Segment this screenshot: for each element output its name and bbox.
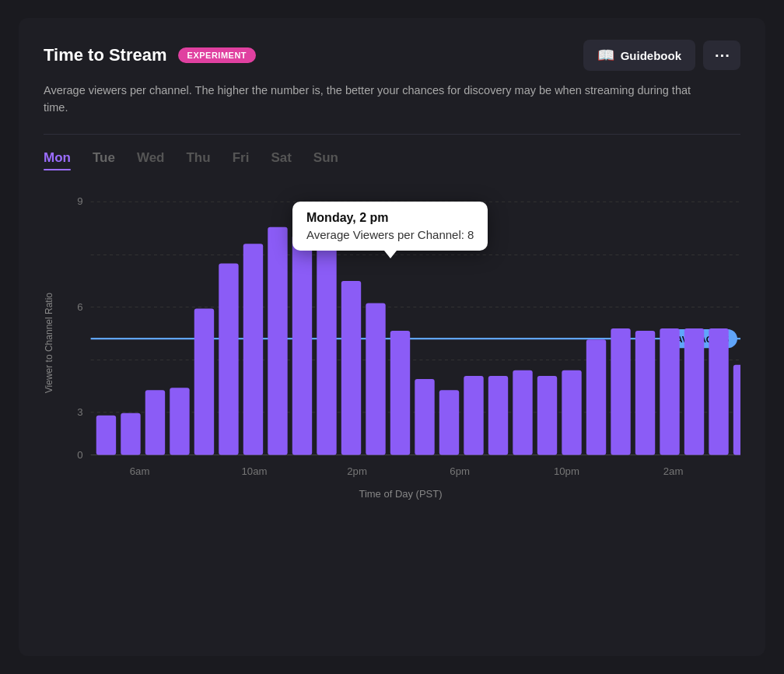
svg-rect-13	[96, 416, 116, 455]
guidebook-label: Guidebook	[621, 49, 681, 62]
svg-text:9: 9	[77, 195, 82, 207]
x-axis-title: Time of Day (PST)	[61, 488, 740, 500]
svg-text:10pm: 10pm	[554, 465, 579, 477]
description-text: Average viewers per channel. The higher …	[44, 82, 712, 117]
bars-chart: 9 6 3 0	[61, 186, 740, 486]
more-button[interactable]: ⋯	[703, 40, 740, 70]
svg-text:0: 0	[77, 449, 82, 461]
tab-tue[interactable]: Tue	[93, 150, 115, 170]
tab-fri[interactable]: Fri	[233, 150, 250, 170]
svg-rect-34	[611, 328, 630, 455]
svg-rect-38	[709, 328, 728, 455]
svg-text:6pm: 6pm	[450, 465, 470, 477]
svg-rect-33	[586, 339, 606, 455]
svg-rect-23	[341, 281, 361, 455]
y-axis-label: Viewer to Channel Ratio	[44, 293, 54, 393]
svg-rect-27	[439, 390, 459, 455]
chart-container: Viewer to Channel Ratio 9 6 3	[44, 186, 740, 500]
main-card: Time to Stream EXPERIMENT 📖 Guidebook ⋯ …	[19, 18, 765, 656]
svg-rect-35	[635, 331, 655, 455]
tab-wed[interactable]: Wed	[137, 150, 165, 170]
svg-text:2am: 2am	[663, 465, 684, 477]
svg-rect-18	[219, 264, 238, 455]
svg-rect-16	[170, 388, 189, 455]
svg-rect-15	[145, 390, 165, 455]
svg-rect-24	[366, 303, 385, 455]
svg-text:3: 3	[77, 406, 82, 418]
svg-rect-29	[488, 376, 508, 455]
guidebook-button[interactable]: 📖 Guidebook	[583, 40, 695, 71]
svg-text:6am: 6am	[130, 465, 150, 477]
chart-inner: 9 6 3 0	[61, 186, 740, 500]
svg-rect-21	[292, 235, 312, 455]
svg-text:10am: 10am	[241, 465, 267, 477]
svg-rect-25	[390, 331, 410, 455]
svg-rect-30	[513, 370, 532, 455]
svg-text:2pm: 2pm	[347, 465, 367, 477]
svg-rect-26	[415, 379, 434, 455]
svg-text:6: 6	[77, 300, 82, 312]
header-actions: 📖 Guidebook ⋯	[583, 40, 740, 71]
tab-sun[interactable]: Sun	[313, 150, 338, 170]
svg-rect-14	[121, 413, 140, 455]
svg-rect-28	[464, 376, 483, 455]
tab-thu[interactable]: Thu	[186, 150, 210, 170]
tab-mon[interactable]: Mon	[44, 150, 71, 170]
title-group: Time to Stream EXPERIMENT	[44, 45, 256, 65]
page-title: Time to Stream	[44, 45, 167, 65]
day-tabs: Mon Tue Wed Thu Fri Sat Sun	[44, 150, 740, 170]
divider	[44, 134, 740, 135]
svg-rect-20	[268, 227, 287, 455]
svg-rect-37	[684, 328, 704, 455]
svg-rect-17	[194, 308, 214, 455]
tab-sat[interactable]: Sat	[271, 150, 291, 170]
header-row: Time to Stream EXPERIMENT 📖 Guidebook ⋯	[44, 40, 740, 71]
experiment-badge: EXPERIMENT	[178, 47, 257, 63]
svg-rect-22	[317, 227, 336, 455]
svg-rect-36	[660, 328, 679, 455]
svg-rect-32	[562, 370, 581, 455]
chart-area: Monday, 2 pm Average Viewers per Channel…	[44, 186, 740, 500]
svg-rect-31	[537, 376, 557, 455]
svg-rect-19	[243, 244, 263, 455]
more-icon: ⋯	[714, 47, 730, 64]
guidebook-icon: 📖	[597, 47, 614, 64]
svg-rect-39	[733, 365, 740, 455]
